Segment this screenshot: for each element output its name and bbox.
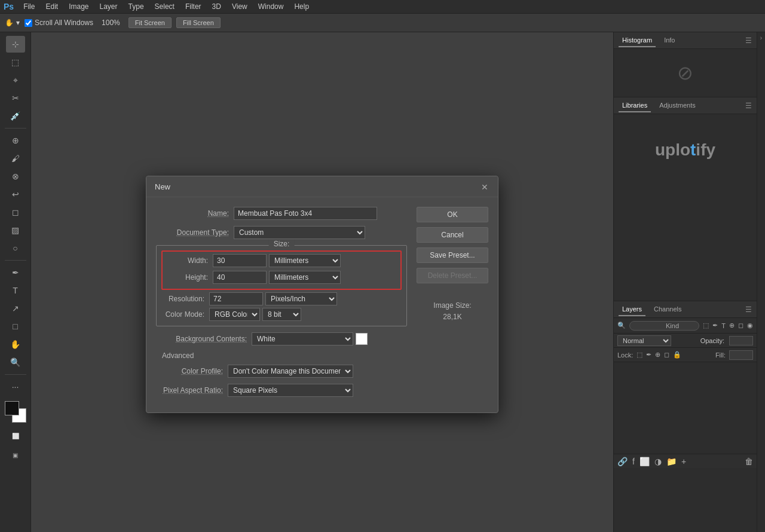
layer-filter-icon1[interactable]: ⬚ — [703, 322, 709, 329]
selection-tool[interactable]: ⬚ — [6, 54, 25, 71]
lock-position-icon[interactable]: ✒ — [646, 351, 651, 359]
layers-search-bar: 🔍 Kind ⬚ ✒ T ⊕ ◻ ◉ — [614, 318, 757, 334]
menu-view[interactable]: View — [227, 1, 252, 12]
save-preset-button[interactable]: Save Preset... — [417, 247, 488, 263]
cancel-button[interactable]: Cancel — [417, 227, 488, 243]
quick-mask-toggle[interactable]: ⬜ — [6, 427, 25, 444]
pixel-aspect-select[interactable]: Square Pixels — [228, 384, 353, 397]
fit-screen-button1[interactable]: Fit Screen — [128, 17, 172, 28]
advanced-section: Advanced Color Profile: Don't Color Mana… — [156, 351, 407, 397]
layer-new-icon[interactable]: + — [681, 457, 686, 466]
libraries-options-icon[interactable]: ☰ — [745, 102, 752, 110]
fill-input[interactable] — [729, 350, 753, 360]
layer-adjustment-icon[interactable]: ◑ — [654, 457, 662, 466]
menu-help[interactable]: Help — [289, 1, 314, 12]
channels-tab[interactable]: Channels — [650, 303, 685, 316]
resolution-unit-select[interactable]: Pixels/Inch — [265, 292, 337, 305]
adjustments-tab[interactable]: Adjustments — [656, 99, 699, 112]
hand-dropdown-arrow[interactable]: ▾ — [16, 19, 20, 27]
lock-lock-icon[interactable]: 🔒 — [673, 351, 681, 359]
layers-kind-input[interactable] — [634, 322, 663, 329]
width-input[interactable] — [213, 254, 267, 267]
eraser-tool[interactable]: ◻ — [6, 204, 25, 221]
color-mode-select[interactable]: RGB Color — [209, 308, 260, 321]
clone-stamp-tool[interactable]: ⊗ — [6, 168, 25, 185]
gradient-tool[interactable]: ▨ — [6, 222, 25, 239]
background-select[interactable]: White — [252, 332, 353, 346]
lock-all-icon[interactable]: ⊕ — [655, 351, 660, 359]
lock-pixels-icon[interactable]: ⬚ — [637, 351, 642, 359]
color-profile-select[interactable]: Don't Color Manage this Document — [228, 365, 353, 378]
bit-depth-select[interactable]: 8 bit — [262, 308, 301, 321]
dialog-buttons: OK Cancel Save Preset... Delete Preset..… — [417, 207, 488, 403]
libraries-tab[interactable]: Libraries — [619, 99, 651, 112]
height-input[interactable] — [213, 271, 267, 284]
opacity-input[interactable] — [729, 336, 753, 346]
foreground-color-swatch[interactable] — [5, 401, 19, 415]
history-brush-tool[interactable]: ↩ — [6, 186, 25, 203]
layer-link-icon[interactable]: 🔗 — [617, 457, 628, 466]
layer-mask-icon[interactable]: ⬜ — [639, 457, 650, 466]
layer-filter-icon5[interactable]: ◻ — [738, 322, 743, 329]
menu-image[interactable]: Image — [64, 1, 93, 12]
text-tool[interactable]: T — [6, 282, 25, 299]
menu-type[interactable]: Type — [124, 1, 149, 12]
shape-tool[interactable]: □ — [6, 318, 25, 335]
screen-mode-toggle[interactable]: ▣ — [6, 447, 25, 463]
scroll-all-windows-checkbox[interactable] — [25, 19, 32, 27]
menu-window[interactable]: Window — [253, 1, 289, 12]
color-profile-row: Color Profile: Don't Color Manage this D… — [156, 365, 407, 378]
histogram-options-icon[interactable]: ☰ — [745, 36, 752, 45]
layer-filter-icon2[interactable]: ✒ — [712, 322, 718, 329]
layer-filter-icon3[interactable]: T — [721, 322, 726, 329]
move-tool[interactable]: ⊹ — [6, 36, 25, 53]
layer-delete-icon[interactable]: 🗑 — [745, 457, 753, 466]
dialog-close-button[interactable]: ✕ — [480, 182, 489, 192]
advanced-label: Advanced — [156, 351, 407, 360]
hand-pan-tool[interactable]: ✋ — [6, 336, 25, 353]
blend-mode-select[interactable]: Normal — [617, 335, 671, 346]
menu-filter[interactable]: Filter — [180, 1, 206, 12]
zoom-tool[interactable]: 🔍 — [6, 354, 25, 371]
eyedropper-tool[interactable]: 💉 — [6, 108, 25, 124]
layer-filter-icon4[interactable]: ⊕ — [729, 322, 735, 329]
resolution-input[interactable] — [209, 292, 263, 305]
menu-layer[interactable]: Layer — [95, 1, 123, 12]
menu-file[interactable]: File — [19, 1, 39, 12]
fill-label: Fill: — [715, 351, 726, 359]
path-selection-tool[interactable]: ↗ — [6, 300, 25, 317]
dodge-tool[interactable]: ○ — [6, 240, 25, 256]
menu-3d[interactable]: 3D — [207, 1, 226, 12]
brush-tool[interactable]: 🖌 — [6, 150, 25, 167]
pixel-aspect-label: Pixel Aspect Ratio: — [156, 386, 228, 395]
layers-options-icon[interactable]: ☰ — [745, 305, 752, 314]
uplotify-u: uplo — [655, 140, 690, 159]
height-unit-select[interactable]: Millimeters — [269, 271, 341, 284]
layer-filter-toggle[interactable]: ◉ — [747, 322, 753, 329]
extra-tools[interactable]: ··· — [6, 378, 25, 395]
libraries-panel-header: Libraries Adjustments ☰ — [614, 97, 757, 114]
scroll-all-windows-option[interactable]: Scroll All Windows — [25, 19, 93, 27]
layers-tab[interactable]: Layers — [619, 303, 645, 316]
layers-kind-label: Kind — [666, 322, 679, 329]
healing-brush-tool[interactable]: ⊕ — [6, 132, 25, 149]
layer-fx-icon[interactable]: f — [632, 457, 635, 466]
layer-group-icon[interactable]: 📁 — [666, 457, 677, 466]
menu-select[interactable]: Select — [150, 1, 179, 12]
delete-preset-button[interactable]: Delete Preset... — [417, 268, 488, 283]
document-type-select[interactable]: Custom — [234, 226, 365, 239]
right-collapse-panel[interactable]: › — [757, 32, 765, 532]
crop-tool[interactable]: ✂ — [6, 90, 25, 106]
name-input[interactable] — [234, 207, 377, 220]
ok-button[interactable]: OK — [417, 207, 488, 222]
width-unit-select[interactable]: Millimeters — [269, 254, 341, 267]
lasso-tool[interactable]: ⌖ — [6, 72, 25, 88]
pen-tool[interactable]: ✒ — [6, 264, 25, 281]
color-mode-row: Color Mode: RGB Color 8 bit — [161, 308, 402, 321]
histogram-panel-header: Histogram Info ☰ — [614, 32, 757, 49]
histogram-tab[interactable]: Histogram — [619, 34, 656, 47]
fit-screen-button2[interactable]: Fill Screen — [176, 17, 221, 28]
lock-artboard-icon[interactable]: ◻ — [664, 351, 669, 359]
info-tab[interactable]: Info — [660, 34, 678, 47]
menu-edit[interactable]: Edit — [41, 1, 63, 12]
